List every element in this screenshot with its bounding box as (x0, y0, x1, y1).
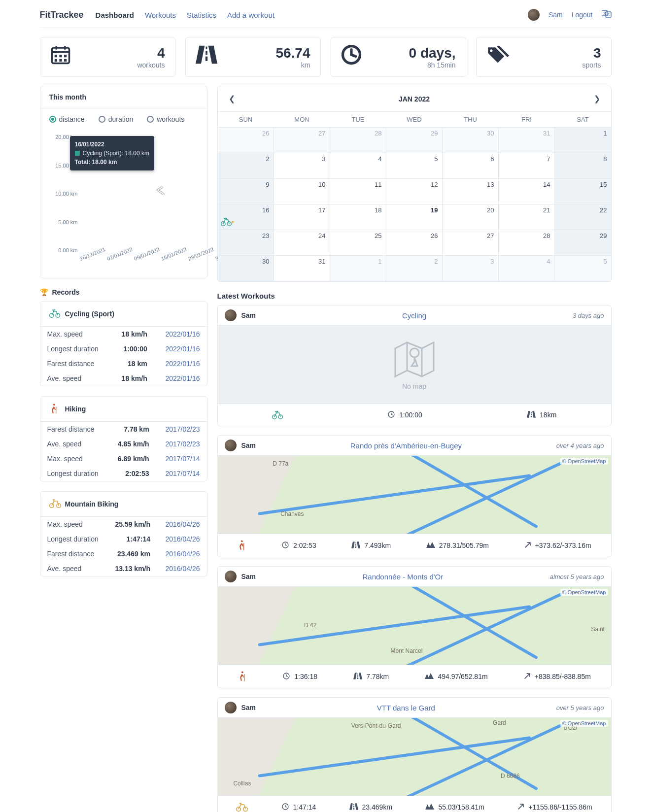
svg-rect-60 (357, 677, 358, 679)
cal-cell[interactable]: 28 (499, 230, 555, 256)
workout-map[interactable]: D 77aChanves© OpenStreetMap (218, 455, 611, 534)
workout-title-link[interactable]: Randonnée - Monts d'Or (362, 573, 443, 581)
osm-credit[interactable]: © OpenStreetMap (560, 720, 608, 727)
cal-cell[interactable]: 15 (555, 179, 611, 204)
cal-cell[interactable]: 4 (499, 256, 555, 281)
logout-link[interactable]: Logout (572, 11, 593, 19)
workout-stat: 18km (527, 410, 556, 420)
nav-statistics[interactable]: Statistics (187, 11, 216, 19)
record-date-link[interactable]: 2017/02/23 (165, 440, 200, 448)
cal-cell[interactable]: 30 (443, 128, 499, 153)
cal-cell[interactable]: 11 (330, 179, 386, 204)
cal-cell[interactable]: 30 (218, 256, 274, 281)
cal-cell[interactable]: 19 (386, 204, 443, 230)
cal-cell[interactable]: 31 (499, 128, 555, 153)
nav-dashboard[interactable]: Dashboard (96, 11, 134, 19)
mtb-icon (236, 802, 248, 812)
cal-cell[interactable]: 26 (218, 128, 274, 153)
cal-event-cycling[interactable]: ✦ (221, 217, 235, 227)
avatar[interactable] (225, 440, 237, 451)
cal-cell[interactable]: 5 (555, 256, 611, 281)
avatar[interactable] (225, 309, 237, 321)
cal-cell[interactable]: 8 (555, 153, 611, 179)
record-date-link[interactable]: 2016/04/26 (165, 535, 200, 543)
nav-workouts[interactable]: Workouts (145, 11, 176, 19)
svg-rect-9 (59, 55, 62, 57)
cal-cell[interactable]: 16✦ (218, 204, 274, 230)
cal-cell[interactable]: 14 (499, 179, 555, 204)
brand[interactable]: FitTrackee (40, 10, 84, 20)
cal-prev[interactable]: ❮ (225, 92, 239, 105)
record-date-link[interactable]: 2022/01/16 (165, 330, 200, 338)
cal-cell[interactable]: 1 (330, 256, 386, 281)
workout-user[interactable]: Sam (241, 311, 256, 319)
chart-tab-distance[interactable]: distance (49, 115, 85, 123)
cal-cell[interactable]: 23 (218, 230, 274, 256)
chart-tab-workouts[interactable]: workouts (147, 115, 184, 123)
workout-user[interactable]: Sam (241, 573, 256, 580)
record-date-link[interactable]: 2022/01/16 (165, 374, 200, 382)
cal-cell[interactable]: 29 (386, 128, 443, 153)
cal-cell[interactable]: 4 (330, 153, 386, 179)
cal-cell[interactable]: 24 (274, 230, 330, 256)
svg-rect-42 (531, 416, 532, 417)
record-date-link[interactable]: 2016/04/26 (165, 550, 200, 558)
stat-duration: 0 days, 8h 15min (331, 37, 466, 77)
cal-cell[interactable]: 7 (499, 153, 555, 179)
svg-line-21 (351, 55, 356, 57)
user-link[interactable]: Sam (548, 11, 563, 19)
cal-cell[interactable]: 27 (274, 128, 330, 153)
avatar[interactable] (225, 571, 237, 582)
workout-title-link[interactable]: Rando près d'Ambérieu-en-Bugey (350, 441, 462, 450)
osm-credit[interactable]: © OpenStreetMap (560, 589, 608, 596)
record-date-link[interactable]: 2017/02/23 (165, 425, 200, 433)
cal-cell[interactable]: 17 (274, 204, 330, 230)
record-date-link[interactable]: 2017/07/14 (165, 470, 200, 477)
record-date-link[interactable]: 2022/01/16 (165, 360, 200, 368)
cal-cell[interactable]: 13 (443, 179, 499, 204)
cal-cell[interactable]: 6 (443, 153, 499, 179)
record-date-link[interactable]: 2016/04/26 (165, 520, 200, 528)
svg-point-29 (56, 504, 60, 508)
cal-cell[interactable]: 10 (274, 179, 330, 204)
cal-next[interactable]: ❯ (590, 92, 604, 105)
cal-cell[interactable]: 29 (555, 230, 611, 256)
cal-cell[interactable]: 2 (218, 153, 274, 179)
avatar[interactable] (225, 702, 237, 713)
cal-cell[interactable]: 9 (218, 179, 274, 204)
stat-workouts: 4 workouts (40, 37, 175, 77)
svg-rect-6 (55, 46, 57, 50)
chart-tab-duration[interactable]: duration (99, 115, 134, 123)
osm-credit[interactable]: © OpenStreetMap (560, 458, 608, 465)
record-date-link[interactable]: 2017/07/14 (165, 455, 200, 463)
language-icon[interactable]: 文A (602, 9, 612, 21)
workout-title-link[interactable]: Cycling (402, 311, 426, 320)
workout-title-link[interactable]: VTT dans le Gard (377, 704, 435, 712)
cal-cell[interactable]: 5 (386, 153, 443, 179)
records-heading: 🏆 Records (40, 288, 207, 296)
cal-cell[interactable]: 2 (386, 256, 443, 281)
cal-cell[interactable]: 28 (330, 128, 386, 153)
arrow-icon (517, 803, 524, 812)
cal-cell[interactable]: 3 (274, 153, 330, 179)
cal-cell[interactable]: 27 (443, 230, 499, 256)
workout-user[interactable]: Sam (241, 704, 256, 711)
cal-cell[interactable]: 26 (386, 230, 443, 256)
svg-point-32 (225, 218, 227, 219)
record-date-link[interactable]: 2016/04/26 (165, 565, 200, 573)
cal-cell[interactable]: 3 (443, 256, 499, 281)
workout-user[interactable]: Sam (241, 441, 256, 449)
avatar[interactable] (528, 9, 540, 21)
cal-cell[interactable]: 12 (386, 179, 443, 204)
cal-cell[interactable]: 22 (555, 204, 611, 230)
cal-cell[interactable]: 18 (330, 204, 386, 230)
workout-map[interactable]: Vers-Pont-du-GardGardd'OziColliasD 6086©… (218, 717, 611, 796)
workout-map[interactable]: D 42Mont NarcelSaint© OpenStreetMap (218, 586, 611, 665)
record-date-link[interactable]: 2022/01/16 (165, 345, 200, 353)
cal-cell[interactable]: 25 (330, 230, 386, 256)
nav-add-workout[interactable]: Add a workout (227, 11, 274, 19)
cal-cell[interactable]: 21 (499, 204, 555, 230)
cal-cell[interactable]: 1 (555, 128, 611, 153)
cal-cell[interactable]: 20 (443, 204, 499, 230)
cal-cell[interactable]: 31 (274, 256, 330, 281)
